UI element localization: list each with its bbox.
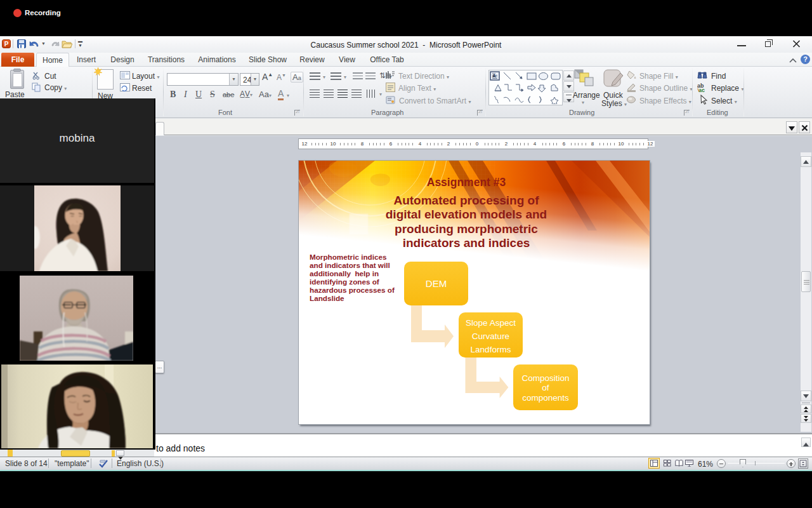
svg-text:ac: ac	[698, 87, 705, 93]
svg-text:A: A	[492, 73, 496, 79]
